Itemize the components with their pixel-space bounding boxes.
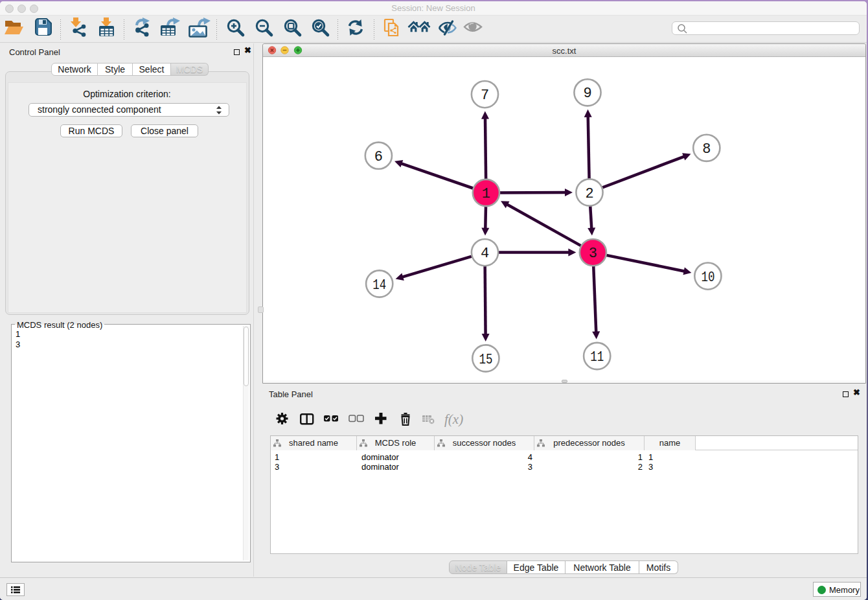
svg-text:8: 8 <box>702 141 711 157</box>
svg-text:4: 4 <box>481 246 489 262</box>
svg-text:7: 7 <box>481 87 489 104</box>
svg-text:3: 3 <box>589 246 597 262</box>
svg-text:2: 2 <box>585 186 593 202</box>
svg-text:11: 11 <box>590 349 604 365</box>
svg-text:f(x): f(x) <box>444 411 463 427</box>
svg-text:14: 14 <box>372 277 386 294</box>
svg-text:9: 9 <box>583 86 591 102</box>
svg-text:1: 1 <box>482 186 490 202</box>
svg-text:10: 10 <box>701 270 714 286</box>
svg-text:15: 15 <box>479 352 492 368</box>
svg-text:6: 6 <box>374 149 383 165</box>
